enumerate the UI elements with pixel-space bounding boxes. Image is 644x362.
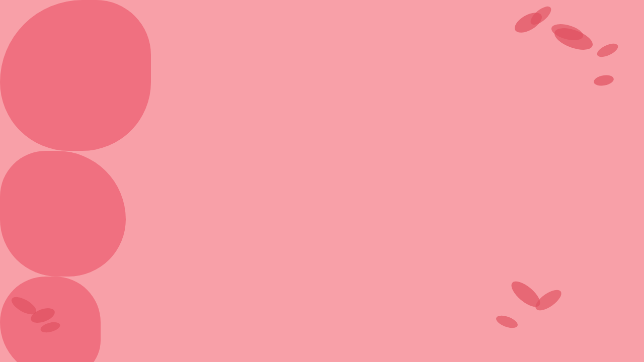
bg-blob-topleft	[0, 0, 151, 151]
bg-blob-topright	[0, 151, 126, 277]
petal-5	[593, 74, 615, 87]
petal-8	[595, 41, 620, 59]
petal-12	[495, 313, 519, 330]
bg-blob-bottomleft	[0, 277, 101, 362]
